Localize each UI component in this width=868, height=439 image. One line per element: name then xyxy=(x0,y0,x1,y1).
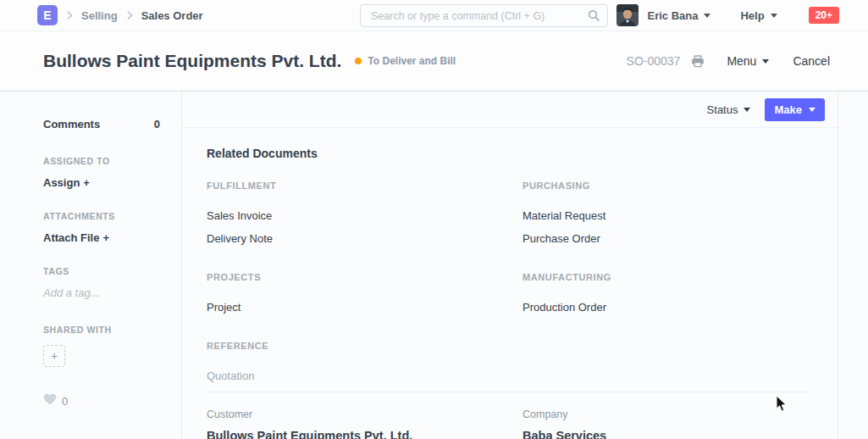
group-manufacturing: MANUFACTURING Production Order xyxy=(522,272,812,319)
plus-icon: + xyxy=(102,231,109,244)
link-sales-invoice[interactable]: Sales Invoice xyxy=(207,204,522,227)
link-quotation[interactable]: Quotation xyxy=(207,364,522,387)
caret-down-icon xyxy=(704,14,710,18)
caret-down-icon xyxy=(771,14,777,18)
group-label: PROJECTS xyxy=(207,272,522,282)
related-documents-grid: FULFILLMENT Sales Invoice Delivery Note … xyxy=(207,181,812,392)
group-label: MANUFACTURING xyxy=(522,272,812,282)
app-logo[interactable]: E xyxy=(37,5,58,25)
like-count: 0 xyxy=(62,395,68,408)
status-indicator: To Deliver and Bill xyxy=(355,55,456,67)
form-dashboard: Related Documents FULFILLMENT Sales Invo… xyxy=(182,128,838,439)
company-label: Company xyxy=(522,408,812,420)
comments-label: Comments xyxy=(43,118,100,131)
link-material-request[interactable]: Material Request xyxy=(522,204,812,227)
form-main: Status Make Related Documents FULFILLMEN… xyxy=(182,92,838,439)
plus-icon: + xyxy=(83,176,90,189)
grid-spacer xyxy=(522,341,812,392)
help-menu[interactable]: Help xyxy=(740,9,777,22)
breadcrumb-selling[interactable]: Selling xyxy=(81,9,118,22)
form-fields-section: Customer Bullows Paint Equipments Pvt. L… xyxy=(207,392,812,439)
make-dropdown[interactable]: Make xyxy=(765,98,825,121)
like-control[interactable]: 0 xyxy=(43,393,160,408)
group-label: REFERENCE xyxy=(207,341,522,351)
cancel-button[interactable]: Cancel xyxy=(793,54,830,68)
user-menu[interactable]: Eric Bana xyxy=(647,9,710,22)
add-share-button[interactable]: + xyxy=(43,345,65,367)
link-production-order[interactable]: Production Order xyxy=(522,296,812,319)
form-toolbar: Status Make xyxy=(182,92,838,128)
assigned-to-label: ASSIGNED TO xyxy=(43,156,160,166)
tags-label: TAGS xyxy=(43,266,160,276)
caret-down-icon xyxy=(809,108,815,112)
shared-with-label: SHARED WITH xyxy=(43,325,160,335)
related-documents-heading: Related Documents xyxy=(207,147,812,160)
page-body: Comments 0 ASSIGNED TO Assign+ ATTACHMEN… xyxy=(0,92,868,439)
comments-link[interactable]: Comments 0 xyxy=(43,118,160,131)
add-tag-input[interactable]: Add a tag... xyxy=(43,286,160,299)
menu-label: Menu xyxy=(727,54,756,68)
customer-label: Customer xyxy=(207,408,522,420)
page-head-actions: SO-00037 Menu Cancel xyxy=(627,54,830,68)
group-reference: REFERENCE Quotation xyxy=(207,341,522,387)
menu-button[interactable]: Menu xyxy=(727,54,769,68)
search-input[interactable] xyxy=(360,4,608,27)
company-value: Baba Services xyxy=(522,429,812,439)
plus-icon: + xyxy=(51,349,58,363)
navbar: E Selling Sales Order Eric Bana xyxy=(0,0,868,31)
print-icon[interactable] xyxy=(691,55,705,68)
breadcrumb-sales-order[interactable]: Sales Order xyxy=(141,9,203,22)
attachments-label: ATTACHMENTS xyxy=(43,211,160,221)
document-number: SO-00037 xyxy=(627,54,681,68)
assign-button[interactable]: Assign+ xyxy=(43,176,160,189)
chevron-right-icon xyxy=(64,9,75,21)
attach-file-label: Attach File xyxy=(43,231,99,244)
company-field: Company Baba Services xyxy=(522,408,812,439)
comments-count: 0 xyxy=(154,118,160,131)
avatar[interactable] xyxy=(616,4,639,26)
notifications-badge[interactable]: 20+ xyxy=(809,7,839,24)
customer-field: Customer Bullows Paint Equipments Pvt. L… xyxy=(207,408,522,439)
group-fulfillment: FULFILLMENT Sales Invoice Delivery Note xyxy=(207,181,522,250)
global-search xyxy=(360,4,608,27)
group-projects: PROJECTS Project xyxy=(207,272,522,319)
status-text: To Deliver and Bill xyxy=(368,55,456,67)
link-purchase-order[interactable]: Purchase Order xyxy=(522,227,812,250)
link-project[interactable]: Project xyxy=(207,296,522,319)
chevron-right-icon xyxy=(124,9,135,21)
navbar-right: Eric Bana Help 20+ xyxy=(616,4,839,26)
customer-value: Bullows Paint Equipments Pvt. Ltd. xyxy=(207,429,522,439)
caret-down-icon xyxy=(762,59,769,64)
user-name: Eric Bana xyxy=(647,9,698,22)
status-dropdown[interactable]: Status xyxy=(707,103,751,116)
help-label: Help xyxy=(740,9,764,22)
form-sidebar: Comments 0 ASSIGNED TO Assign+ ATTACHMEN… xyxy=(0,92,182,439)
page-head: Bullows Paint Equipments Pvt. Ltd. To De… xyxy=(0,31,868,92)
link-delivery-note[interactable]: Delivery Note xyxy=(207,227,522,250)
caret-down-icon xyxy=(744,108,750,112)
right-gutter xyxy=(838,92,868,439)
group-label: PURCHASING xyxy=(522,181,812,191)
group-purchasing: PURCHASING Material Request Purchase Ord… xyxy=(522,181,812,250)
make-dropdown-label: Make xyxy=(774,103,802,116)
assign-label: Assign xyxy=(43,176,80,189)
page-title: Bullows Paint Equipments Pvt. Ltd. xyxy=(43,51,341,71)
heart-icon xyxy=(43,393,57,408)
attach-file-button[interactable]: Attach File+ xyxy=(43,231,160,244)
status-dot-icon xyxy=(355,58,362,64)
status-dropdown-label: Status xyxy=(707,103,738,116)
breadcrumb: E Selling Sales Order xyxy=(37,5,203,25)
group-label: FULFILLMENT xyxy=(207,181,522,191)
